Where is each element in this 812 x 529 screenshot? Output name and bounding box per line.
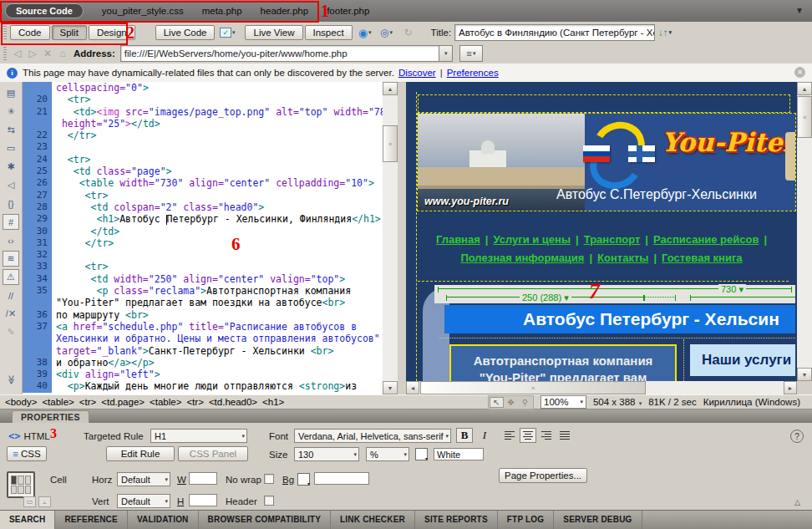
source-code-tab[interactable]: Source Code — [5, 3, 84, 18]
stop-icon[interactable]: ✕ — [40, 47, 55, 60]
code-view-button[interactable]: Code — [10, 25, 50, 40]
preview-in-browser-icon[interactable]: ◉▾ — [356, 25, 374, 40]
results-tab-ftp-log[interactable]: FTP LOG — [498, 511, 555, 529]
nav-link[interactable]: Контакты — [597, 252, 648, 264]
width-input[interactable] — [189, 472, 217, 485]
merge-cells-icon[interactable]: ▭ — [23, 496, 36, 507]
tag-selector-item[interactable]: <td.head0> — [209, 397, 257, 407]
back-icon[interactable]: ◁ — [10, 47, 25, 60]
remove-comment-icon[interactable]: /✕ — [3, 306, 19, 322]
design-vertical-scrollbar[interactable]: ▲ ≡ ▼ — [797, 82, 812, 381]
vert-select[interactable]: Default▾ — [117, 494, 170, 508]
tag-selector-item[interactable]: <table> — [150, 397, 181, 407]
page-properties-button[interactable]: Page Properties... — [499, 468, 587, 483]
font-select[interactable]: Verdana, Arial, Helvetica, sans-serif▾ — [294, 429, 451, 443]
inspect-button[interactable]: Inspect — [305, 25, 353, 40]
scroll-down-icon[interactable]: ▼ — [797, 368, 812, 381]
text-color-swatch[interactable]: ▾ — [415, 448, 428, 460]
zoom-level-select[interactable]: 100%▾ — [540, 395, 586, 409]
nav-link[interactable]: Услуги и цены — [493, 233, 571, 246]
window-size-select[interactable]: 504 x 388 ▾ — [593, 397, 642, 407]
height-input[interactable] — [189, 494, 217, 506]
design-horizontal-scrollbar[interactable]: ◄ ≡ ► — [406, 381, 797, 394]
live-view-button[interactable]: Live View — [245, 25, 302, 40]
expand-all-icon[interactable]: ✱ — [3, 159, 19, 175]
scroll-up-icon[interactable]: ▲ — [797, 82, 812, 95]
results-tab-link-checker[interactable]: LINK CHECKER — [331, 511, 415, 529]
css-mode-button[interactable]: ≡CSS — [7, 446, 47, 461]
align-left-button[interactable] — [501, 428, 518, 443]
horz-select[interactable]: Default▾ — [117, 472, 170, 486]
code-navigator-icon[interactable]: ✳ — [3, 104, 19, 120]
align-center-button[interactable] — [520, 428, 536, 443]
zoom-tool-icon[interactable]: ⚲ — [518, 397, 532, 408]
tag-selector-item[interactable]: <body> — [5, 397, 37, 407]
filter-icon[interactable]: ▼ — [795, 6, 804, 15]
edit-rule-button[interactable]: Edit Rule — [106, 446, 175, 461]
help-icon[interactable]: ? — [790, 430, 804, 443]
scroll-up-icon[interactable]: ▲ — [383, 82, 398, 95]
nav-link[interactable]: Расписание рейсов — [653, 233, 759, 246]
no-wrap-checkbox[interactable] — [264, 474, 274, 484]
table-width-menu-730[interactable]: 730 ▾ — [718, 284, 746, 295]
address-bar-grip[interactable] — [3, 47, 7, 60]
code-vertical-scrollbar[interactable]: ▲ ≡ ▼ — [383, 82, 398, 394]
select-tool-icon[interactable]: ↖ — [490, 397, 504, 408]
collapse-full-tag-icon[interactable]: ⇆ — [3, 122, 19, 138]
preferences-link[interactable]: Preferences — [447, 68, 499, 78]
scroll-thumb[interactable]: ≡ — [420, 381, 646, 394]
check-browser-compatibility-icon[interactable]: ✓▾ — [218, 25, 236, 40]
scroll-thumb[interactable]: ≡ — [383, 125, 398, 162]
tag-selector-item[interactable]: <tr> — [186, 397, 203, 407]
related-file-tab[interactable]: footer.php — [327, 6, 369, 16]
code-editor[interactable]: cellspacing="0">20 <tr>21 <td><img src="… — [23, 82, 383, 394]
scroll-thumb[interactable]: ≡ — [797, 96, 812, 138]
related-file-tab[interactable]: meta.php — [202, 6, 242, 16]
results-tab-site-reports[interactable]: SITE REPORTS — [415, 511, 498, 529]
nav-link[interactable]: Гостевая книга — [662, 252, 743, 264]
scroll-left-icon[interactable]: ◄ — [406, 381, 419, 394]
italic-button[interactable]: I — [476, 428, 493, 443]
tag-selector-item[interactable]: <tr> — [79, 397, 96, 407]
targeted-rule-select[interactable]: H1▾ — [150, 429, 247, 443]
results-tab-validation[interactable]: VALIDATION — [128, 511, 199, 529]
tag-selector-item[interactable]: <td.page> — [101, 397, 145, 407]
nav-link[interactable]: Транспорт — [584, 233, 641, 246]
apply-comment-icon[interactable]: // — [3, 287, 19, 303]
collapse-panel-icon[interactable]: △ — [794, 498, 800, 506]
results-tab-server-debug[interactable]: SERVER DEBUG — [554, 511, 642, 529]
scroll-down-icon[interactable]: ▼ — [383, 381, 398, 394]
discover-link[interactable]: Discover — [398, 68, 436, 78]
results-tab-browser-compatibility[interactable]: BROWSER COMPATIBILITY — [199, 511, 332, 529]
scroll-right-icon[interactable]: ► — [784, 381, 797, 394]
size-unit-select[interactable]: %▾ — [366, 447, 409, 461]
balance-braces-icon[interactable]: {} — [3, 196, 19, 211]
select-parent-tag-icon[interactable]: ◁ — [3, 177, 19, 193]
column-width-menu-250[interactable]: 250 (288) ▾ — [520, 292, 571, 303]
view-options-icon[interactable]: ≡▾ — [459, 45, 483, 62]
bg-color-swatch[interactable]: ▾ — [297, 473, 310, 486]
text-color-input[interactable]: White — [434, 448, 484, 460]
results-tab-search[interactable]: SEARCH — [0, 511, 55, 529]
address-dropdown-icon[interactable]: ▾ — [439, 45, 453, 62]
tag-selector-item[interactable]: <h1> — [262, 397, 284, 407]
header-checkbox[interactable] — [264, 496, 274, 506]
home-icon[interactable]: ⌂ — [55, 47, 70, 60]
align-right-button[interactable] — [538, 428, 555, 443]
related-file-tab[interactable]: you_piter_style.css — [102, 6, 184, 16]
format-source-code-icon[interactable]: ✎ — [3, 324, 19, 340]
hand-tool-icon[interactable]: ✥ — [504, 397, 518, 408]
more-options-icon[interactable]: ≫ — [3, 372, 19, 389]
related-file-tab[interactable]: header.php — [261, 6, 309, 16]
split-view-button[interactable]: Split — [52, 25, 87, 40]
properties-tab[interactable]: PROPERTIES — [12, 410, 89, 424]
file-management-icon[interactable]: ↓↑▾ — [658, 28, 672, 38]
close-icon[interactable]: ✕ — [794, 67, 805, 78]
split-cell-icon[interactable]: ⫠ — [38, 496, 51, 507]
highlight-invalid-code-icon[interactable]: ‹› — [3, 232, 19, 248]
toolbar-grip[interactable] — [3, 26, 7, 39]
results-tab-reference[interactable]: REFERENCE — [55, 511, 127, 529]
title-input[interactable]: Автобус в Финляндию (Санкт Петербург - Х… — [454, 24, 655, 41]
bg-color-input[interactable] — [314, 472, 369, 485]
refresh-icon[interactable]: ↻ — [399, 25, 418, 40]
